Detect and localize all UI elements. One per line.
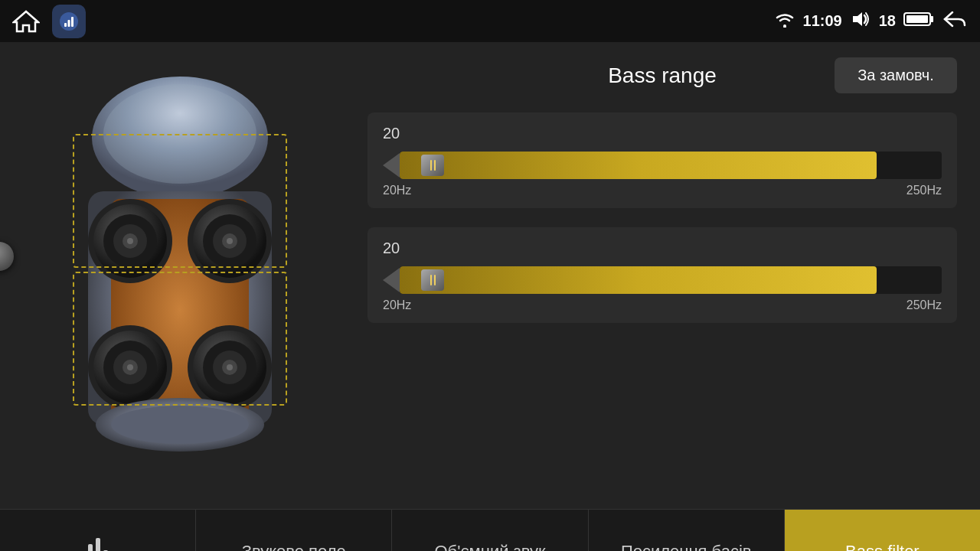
slider-1-fill — [400, 152, 877, 179]
nav-item-bass-filter[interactable]: Bass filter — [785, 509, 980, 551]
volume-icon — [850, 10, 871, 32]
nav-item-sound-field[interactable]: Звукове поле — [196, 509, 392, 551]
car-container — [57, 77, 302, 452]
status-time: 11:09 — [803, 12, 842, 30]
slider-2-fill — [400, 266, 877, 294]
slider-section-2: 20 20Hz 250 — [368, 227, 957, 323]
svg-point-5 — [783, 24, 786, 28]
svg-rect-3 — [68, 20, 70, 27]
svg-rect-8 — [930, 16, 933, 22]
main-content: Bass range За замовч. 20 — [0, 42, 980, 509]
section-title: Bass range — [564, 64, 761, 88]
slider-2-min: 20Hz — [383, 298, 411, 312]
equalizer-icon — [80, 536, 116, 552]
nav-label-sound-field: Звукове поле — [242, 542, 346, 552]
slider-section-1: 20 20Hz 250 — [368, 112, 957, 208]
speaker-zone-bottom[interactable] — [73, 272, 287, 406]
nav-label-surround: Об'ємний звук — [434, 542, 545, 552]
slider-1-labels: 20Hz 250Hz — [383, 184, 942, 197]
slider-1-row — [383, 152, 942, 179]
slider-2-row — [383, 266, 942, 294]
slider-1-max: 250Hz — [906, 184, 942, 197]
slider-1-track[interactable] — [400, 152, 942, 179]
svg-point-39 — [111, 406, 249, 444]
status-bar: 11:09 18 — [0, 0, 980, 42]
status-volume: 18 — [879, 12, 896, 30]
nav-label-bass-boost: Посилення басів — [621, 542, 752, 552]
slider-1-min: 20Hz — [383, 184, 411, 197]
battery-icon — [903, 11, 934, 31]
right-panel: Bass range За замовч. 20 — [360, 42, 980, 509]
nav-item-bass-boost[interactable]: Посилення басів — [589, 509, 785, 551]
svg-rect-9 — [906, 15, 928, 23]
wifi-icon — [774, 11, 795, 31]
left-toggle[interactable] — [0, 242, 14, 271]
app-icon[interactable] — [52, 5, 86, 38]
svg-rect-2 — [64, 23, 67, 27]
nav-item-equalizer[interactable] — [0, 509, 196, 551]
bottom-nav: Звукове поле Об'ємний звук Посилення бас… — [0, 509, 980, 551]
default-button[interactable]: За замовч. — [835, 57, 957, 93]
svg-marker-0 — [14, 11, 38, 31]
car-panel — [0, 42, 360, 471]
slider-2-handle[interactable] — [421, 269, 444, 291]
home-icon[interactable] — [9, 5, 43, 38]
slider-1-value: 20 — [383, 125, 942, 142]
top-row: Bass range За замовч. — [368, 57, 957, 93]
back-icon[interactable] — [942, 8, 966, 34]
nav-label-bass-filter: Bass filter — [845, 542, 920, 552]
slider-2-arrow — [383, 268, 400, 292]
svg-marker-6 — [853, 12, 862, 26]
slider-2-labels: 20Hz 250Hz — [383, 298, 942, 312]
slider-2-value: 20 — [383, 240, 942, 257]
slider-1-arrow — [383, 153, 400, 178]
nav-item-surround[interactable]: Об'ємний звук — [392, 509, 588, 551]
slider-2-max: 250Hz — [906, 298, 942, 312]
slider-2-track[interactable] — [400, 266, 942, 294]
svg-rect-4 — [71, 17, 74, 27]
speaker-zone-top[interactable] — [73, 134, 287, 268]
slider-1-handle[interactable] — [421, 155, 444, 176]
